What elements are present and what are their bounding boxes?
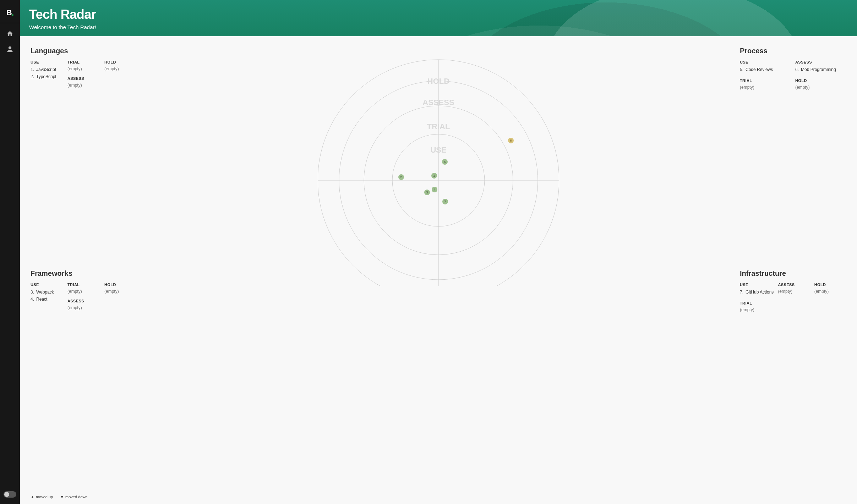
page-header: Tech Radar Welcome to the Tech Radar! [20,0,857,36]
empty-label: (empty) [778,289,810,294]
ring-title-assess: ASSESS [778,283,810,287]
radar-entry[interactable]: 3.Webpack [31,289,63,296]
empty-label: (empty) [740,85,791,90]
empty-label: (empty) [814,289,846,294]
blip-number: 2 [400,175,402,179]
quadrant-frameworks: Frameworks USE 3.Webpack4.React TRIAL (e… [31,267,137,490]
ring-title-trial: TRIAL [67,283,100,287]
ring-title-use: USE [31,60,63,64]
ring-assess: ASSESS (empty) [67,76,100,88]
blip-number: 7 [444,200,446,203]
quadrant-title: Frameworks [31,269,137,278]
blip-number: 4 [433,188,435,191]
radar-blip-3[interactable]: 3 [424,190,430,195]
ring-use: USE 1.JavaScript2.TypeScript [31,60,63,81]
ring-trial: TRIAL (empty) [67,283,100,294]
entry-label: TypeScript [36,74,56,79]
entry-num: 5. [740,66,746,73]
entry-num: 2. [31,73,36,81]
legend-moved-up-label: moved up [36,495,53,499]
empty-label: (empty) [740,307,774,312]
ring-assess: ASSESS (empty) [778,283,810,294]
radar-entry[interactable]: 4.React [31,296,63,303]
radar-wrap: USETRIALASSESSHOLD1234567 [31,45,846,490]
entry-label: JavaScript [36,67,56,72]
entry-label: Code Reviews [746,67,773,72]
ring-title-hold: HOLD [104,60,137,64]
logo-dot: . [12,8,14,18]
empty-label: (empty) [67,305,100,310]
entry-label: Mob Programming [801,67,836,72]
radar-entry[interactable]: 2.TypeScript [31,73,63,81]
radar-blip-7[interactable]: 7 [442,199,448,204]
blip-number: 5 [444,160,446,164]
ring-use: USE 7.GitHub Actions [740,283,774,296]
entry-num: 6. [795,66,801,73]
theme-toggle[interactable] [4,491,16,498]
ring-title-trial: TRIAL [67,60,100,64]
radar-blip-1[interactable]: 1 [431,173,437,179]
entry-num: 3. [31,289,36,296]
blip-number: 6 [510,139,512,142]
radar-entry[interactable]: 7.GitHub Actions [740,289,774,296]
radar-entry[interactable]: 6.Mob Programming [795,66,846,73]
quadrant-languages: Languages USE 1.JavaScript2.TypeScript T… [31,45,137,267]
radar-blip-6[interactable]: 6 [508,138,514,143]
legend-moved-down: ▼ moved down [60,495,87,499]
ring-title-use: USE [740,283,774,287]
ring-trial: TRIAL (empty) [67,60,100,71]
ring-title-hold: HOLD [795,78,846,83]
empty-label: (empty) [67,289,100,294]
radar-blip-4[interactable]: 4 [432,187,437,192]
ring-title-assess: ASSESS [795,60,846,64]
ring-title-assess: ASSESS [67,299,100,303]
sidebar-divider [0,23,20,23]
home-button[interactable] [0,26,20,42]
blip-number: 3 [426,191,428,194]
radar-blip-2[interactable]: 2 [398,174,404,180]
entry-label: GitHub Actions [746,290,774,295]
ring-title-trial: TRIAL [740,78,791,83]
radar-blip-5[interactable]: 5 [442,159,448,165]
ring-title-use: USE [740,60,791,64]
entry-label: Webpack [36,290,54,295]
ring-hold: HOLD (empty) [795,78,846,90]
ring-trial: TRIAL (empty) [740,78,791,90]
ring-use: USE 5.Code Reviews [740,60,791,73]
ring-title-use: USE [31,283,63,287]
radar-ring-label: USE [430,146,446,154]
quadrant-title: Process [740,47,846,55]
ring-title-hold: HOLD [104,283,137,287]
main: Tech Radar Welcome to the Tech Radar! US… [20,0,857,504]
quadrant-infrastructure: Infrastructure USE 7.GitHub Actions TRIA… [740,267,846,490]
legend-moved-up: ▲ moved up [31,495,53,499]
ring-assess: ASSESS 6.Mob Programming [795,60,846,73]
radar-entry[interactable]: 5.Code Reviews [740,66,791,73]
entry-label: React [36,297,47,302]
ring-hold: HOLD (empty) [104,283,137,294]
radar-chart: USETRIALASSESSHOLD1234567 [318,45,559,286]
ring-hold: HOLD (empty) [814,283,846,294]
logo-text: B [6,8,12,17]
empty-label: (empty) [67,83,100,88]
radar-ring-label: HOLD [427,77,449,86]
ring-title-trial: TRIAL [740,301,774,305]
account-button[interactable] [0,42,20,57]
ring-trial: TRIAL (empty) [740,301,774,312]
quadrant-title: Infrastructure [740,269,846,278]
quadrant-process: Process USE 5.Code Reviews TRIAL (empty) [740,45,846,267]
radar-ring-label: TRIAL [427,122,450,131]
empty-label: (empty) [795,85,846,90]
radar-legend: ▲ moved up ▼ moved down [31,495,87,499]
ring-title-hold: HOLD [814,283,846,287]
radar-entry[interactable]: 1.JavaScript [31,66,63,73]
sidebar: B. [0,0,20,504]
entry-num: 7. [740,289,746,296]
empty-label: (empty) [104,289,137,294]
ring-use: USE 3.Webpack4.React [31,283,63,303]
ring-assess: ASSESS (empty) [67,299,100,310]
ring-title-assess: ASSESS [67,76,100,81]
empty-label: (empty) [67,66,100,71]
entry-num: 4. [31,296,36,303]
app-logo[interactable]: B. [0,4,20,21]
